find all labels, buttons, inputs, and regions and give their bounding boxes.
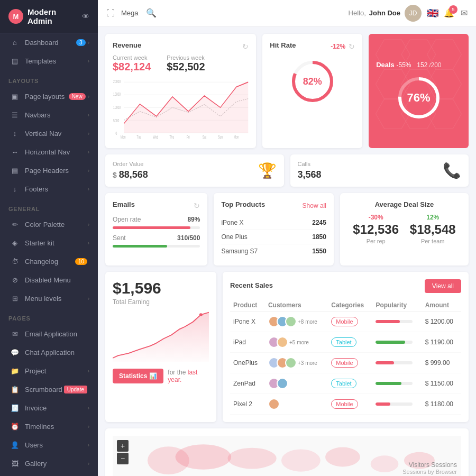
sales-col-header: Categories [328,299,372,312]
per-rep-amount: $12,536 [353,222,399,237]
avatar [285,357,297,369]
popularity-bar [376,341,405,344]
trophy-icon: 🏆 [258,162,277,179]
map-placeholder: + − Visitors Sessions [113,436,461,476]
open-rate-pct: 89% [187,216,200,223]
hitrate-change: -12% [331,43,345,50]
nav-icon: ▣ [10,93,20,100]
sale-product: ZenPad [230,373,265,394]
sidebar-item-gallery[interactable]: 🖼 Gallery › [0,454,98,473]
sidebar-item-chat-application[interactable]: 💬 Chat Application [0,343,98,362]
avatar[interactable]: JD [405,5,422,22]
category-badge: Mobile [331,317,358,326]
hitrate-refresh[interactable]: ↻ [349,42,355,51]
nav-icon: 📋 [10,386,20,393]
sidebar-item-page-layouts[interactable]: ▣ Page layouts New › [0,87,98,106]
sent-fill [113,245,167,248]
sidebar-item-changelog[interactable]: ⏱ Changelog 10 [0,252,98,271]
nav-label: Footers [25,185,88,193]
nav-arrow-icon: › [88,405,89,411]
nav-icon: 🧾 [10,404,20,412]
nav-label: Project [25,367,88,375]
flag-icon[interactable]: 🇬🇧 [427,7,438,19]
previous-week-label: Previous week [167,54,205,61]
row-3: Emails ↻ Open rate 89% Sent 310/500 [105,193,469,266]
nav-arrow-icon: › [88,94,89,99]
sale-customers [265,394,328,415]
show-all-link[interactable]: Show all [303,202,326,209]
sidebar-item-starter-kit[interactable]: ◈ Starter kit › [0,234,98,252]
sent-label: Sent [113,234,126,242]
sale-amount: $ 1150.00 [422,373,461,394]
svg-point-37 [227,448,276,469]
deals-card: Deals -55% 152 /200 [369,34,469,148]
product-value: 1850 [312,233,326,241]
sidebar-item-menu-levels[interactable]: ⊞ Menu levels › [0,289,98,308]
nav-icon: ⊘ [10,276,20,284]
emails-title: Emails [113,200,135,208]
per-team-label: Per team [421,238,445,244]
sidebar-item-users[interactable]: 👤 Users › [0,436,98,454]
sale-category: Mobile [328,394,372,415]
mail-icon[interactable]: ✉ [461,8,468,18]
statistics-button[interactable]: Statistics 📊 [113,369,163,383]
sale-customers: +5 more [265,332,328,353]
avatar [277,336,288,348]
main-content: Revenue ↻ Current week $82,124 Previous … [98,26,476,476]
sale-category: Mobile [328,312,372,332]
nav-arrow-icon: › [88,424,89,429]
revenue-refresh-icon[interactable]: ↻ [242,42,249,51]
bell-badge: 5 [449,5,457,14]
sidebar-item-invoice[interactable]: 🧾 Invoice › [0,399,98,417]
hitrate-card: Hit Rate -12% ↻ 82% [262,34,362,148]
sale-amount: $ 1190.00 [422,332,461,353]
sidebar-item-color-palette[interactable]: ✏ Color Palette › [0,215,98,234]
earning-label: Total Earning [113,298,209,306]
avatar-more: +8 more [298,319,317,325]
sidebar-item-email-application[interactable]: ✉ Email Application [0,325,98,343]
sidebar-item-page-headers[interactable]: ▤ Page Headers › [0,161,98,180]
nav-badge: 3 [76,39,86,46]
sidebar-item-timelines[interactable]: ⏰ Timelines › [0,417,98,436]
sidebar-item-project[interactable]: 📁 Project › [0,362,98,380]
fullscreen-icon[interactable]: ⛶ [106,8,115,18]
nav-arrow-icon: › [88,296,89,301]
nav-arrow-icon: › [88,168,89,173]
nav-icon: 💬 [10,349,20,356]
current-week-label: Current week [113,54,151,61]
current-week: Current week $82,124 [113,54,151,73]
view-all-button[interactable]: View all [425,279,461,293]
category-badge: Mobile [331,399,358,409]
notifications-bell[interactable]: 🔔 5 [444,8,454,18]
mega-menu-label[interactable]: Mega [121,9,139,17]
nav-label: Chat Application [25,349,89,356]
emails-refresh[interactable]: ↻ [194,202,200,210]
sidebar-item-templates[interactable]: ▤ Templates › [0,52,98,70]
sidebar-item-disabled-menu[interactable]: ⊘ Disabled Menu [0,271,98,289]
sidebar-item-footers[interactable]: ↓ Footers › [0,180,98,198]
eye-icon[interactable]: 👁 [82,12,89,21]
search-icon[interactable]: 🔍 [146,8,157,18]
popularity-bar-wrap [376,361,413,364]
nav-label: Email Application [25,330,89,338]
sale-amount: $ 1180.00 [422,394,461,415]
sent-value: 310/500 [177,234,200,242]
nav-label: Users [25,441,88,449]
emails-open-rate-row: Open rate 89% [113,216,200,223]
row-4: $1,596 Total Earning [105,272,469,422]
sidebar-item-horizontal-nav[interactable]: ↔ Horizontal Nav › [0,143,98,161]
sidebar-item-navbars[interactable]: ☰ Navbars › [0,106,98,124]
nav-icon: ⏰ [10,423,20,431]
row-1: Revenue ↻ Current week $82,124 Previous … [105,34,469,148]
sidebar-item-scrumboard[interactable]: 📋 Scrumboard Update [0,380,98,399]
top-products-title: Top Products [221,200,265,208]
products-header: Top Products Show all [221,200,326,210]
sale-product: Pixel 2 [230,394,265,415]
revenue-meta: Current week $82,124 Previous week $52,5… [113,54,249,73]
visitors-label: Visitors Sessions [402,461,457,469]
sidebar-item-vertical-nav[interactable]: ↕ Vertical Nav › [0,124,98,143]
nav-icon: ◈ [10,239,20,247]
sidebar-item-dashboard[interactable]: ⌂ Dashboard 3 › [0,33,98,52]
topbar: ⛶ Mega 🔍 Hello, John Doe JD 🇬🇧 🔔 5 ✉ [98,0,476,26]
svg-text:5000: 5000 [113,118,119,123]
